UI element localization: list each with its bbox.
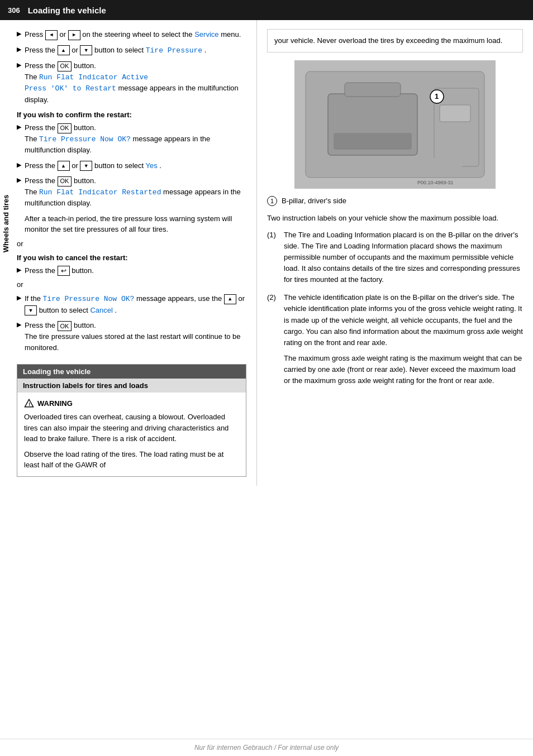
static-text: button. — [72, 266, 94, 275]
static-text: on the steering wheel to select the — [82, 30, 194, 39]
ok-button: OK — [58, 176, 72, 186]
static-text: The — [25, 135, 39, 143]
vehicle-image-container: 1 P00.10-4969-31 — [267, 60, 523, 190]
warning-text-1: Overloaded tires can overheat, causing a… — [24, 412, 239, 444]
main-content: ▶ Press ◄ or ► on the steering wheel to … — [0, 20, 533, 486]
ok-button: OK — [58, 321, 72, 331]
numbered-list: (1) The Tire and Loading Information pla… — [267, 229, 523, 387]
item-text-part1: The vehicle identification plate is on t… — [284, 292, 523, 348]
sidebar-label-text: Wheels and tires — [2, 194, 11, 252]
warning-text-2: Observe the load rating of the tires. Th… — [24, 449, 239, 471]
svg-rect-11 — [328, 158, 462, 172]
bullet-arrow: ▶ — [17, 176, 21, 184]
static-text: After a teach-in period, the tire pressu… — [25, 214, 232, 234]
static-text: The tire pressure values stored at the l… — [25, 332, 241, 352]
right-column: your vehicle. Never overload the tires b… — [257, 20, 533, 486]
svg-rect-8 — [440, 105, 470, 122]
bullet-content: Press the OK button. The tire pressure v… — [25, 320, 246, 353]
loading-box-title: Loading the vehicle — [17, 365, 246, 379]
static-text: button. — [74, 176, 96, 185]
down-button: ▼ — [80, 45, 92, 55]
list-item: ▶ Press the OK button. The Run Flat Indi… — [17, 175, 246, 209]
item-number: (2) — [267, 292, 284, 303]
numbered-item-1: (1) The Tire and Loading Information pla… — [267, 229, 523, 286]
confirm-heading: If you wish to confirm the restart: — [17, 111, 246, 119]
static-text: button to select — [94, 161, 146, 170]
warning-header: ! WARNING — [24, 398, 239, 408]
list-item: ▶ Press ◄ or ► on the steering wheel to … — [17, 29, 246, 40]
list-item: ▶ After a teach-in period, the tire pres… — [17, 213, 246, 235]
bullet-arrow: ▶ — [17, 321, 21, 328]
page-title: Loading the vehicle — [28, 6, 106, 15]
tire-pressure-link: Tire Pressure — [146, 46, 202, 55]
svg-text:P00.10-4969-31: P00.10-4969-31 — [417, 180, 454, 185]
static-text: Press — [25, 30, 45, 39]
ok-button: OK — [58, 61, 72, 71]
intro-paragraph: Two instruction labels on your vehicle s… — [267, 213, 523, 224]
static-text: . — [204, 46, 207, 54]
bullet-arrow: ▶ — [17, 30, 21, 37]
bullet-arrow: ▶ — [17, 161, 21, 169]
list-item: ▶ Press the OK button. The Run Flat Indi… — [17, 60, 246, 105]
loading-vehicle-box: Loading the vehicle Instruction labels f… — [17, 364, 246, 477]
warning-box: ! WARNING Overloaded tires can overheat,… — [17, 393, 246, 476]
static-text: message appears, use the — [136, 294, 224, 303]
back-button: ↩ — [58, 266, 70, 276]
item-text: The Tire and Loading Information placard… — [284, 229, 523, 286]
page-header: 306 Loading the vehicle — [0, 0, 533, 20]
intro-text: your vehicle. Never overload the tires b… — [274, 36, 502, 45]
item-number: (1) — [267, 229, 284, 241]
caption-number: 1 — [267, 196, 277, 206]
bullet-arrow: ▶ — [17, 123, 21, 131]
item-text-part2: The maximum gross axle weight rating is … — [284, 354, 522, 385]
up-button: ▲ — [58, 45, 70, 55]
list-item: ▶ If the Tire Pressure Now OK? message a… — [17, 293, 246, 315]
static-text: or — [238, 294, 245, 303]
cancel-heading: If you wish to cancel the restart: — [17, 253, 246, 262]
static-text: The — [25, 73, 39, 81]
bullet-content: Press the ↩ button. — [25, 265, 246, 276]
static-text: Press the — [25, 123, 58, 132]
list-item: ▶ Press the ▲ or ▼ button to select Tire… — [17, 45, 246, 56]
static-text: If the — [25, 294, 43, 303]
static-text: Press the — [25, 161, 58, 170]
list-item: ▶ Press the ▲ or ▼ button to select Yes … — [17, 160, 246, 171]
caption-text: B-pillar, driver's side — [282, 197, 346, 205]
static-text: Press the — [25, 321, 58, 329]
list-item: ▶ Press the OK button. The tire pressure… — [17, 320, 246, 353]
static-text: button to select — [94, 46, 146, 54]
bullet-content: Press the OK button. The Tire Pressure N… — [25, 122, 246, 156]
right-button: ► — [68, 30, 80, 40]
bullet-content: If the Tire Pressure Now OK? message app… — [25, 293, 246, 315]
bullet-content: Press ◄ or ► on the steering wheel to se… — [25, 29, 246, 40]
or-separator-2: or — [17, 280, 246, 289]
bullet-content: After a teach-in period, the tire pressu… — [25, 213, 246, 235]
static-text: The — [25, 188, 39, 196]
bullet-content: Press the OK button. The Run Flat Indica… — [25, 175, 246, 209]
static-text: button. — [74, 61, 96, 70]
bullet-arrow: ▶ — [17, 294, 21, 302]
numbered-item-2: (2) The vehicle identification plate is … — [267, 292, 523, 386]
svg-rect-5 — [334, 133, 412, 150]
static-text: button to select — [39, 306, 91, 314]
or-separator: or — [17, 240, 246, 248]
intro-info-box: your vehicle. Never overload the tires b… — [267, 29, 523, 52]
ok-button: OK — [58, 123, 72, 133]
tire-pressure-ok-msg2: Tire Pressure Now OK? — [43, 295, 135, 303]
run-flat-restarted-msg: Run Flat Indicator Restarted — [39, 188, 161, 197]
warning-icon: ! — [24, 398, 34, 408]
bullet-content: Press the ▲ or ▼ button to select Yes . — [25, 160, 246, 171]
car-interior-svg: 1 P00.10-4969-31 — [294, 60, 496, 189]
svg-text:!: ! — [28, 402, 30, 407]
down-button: ▼ — [80, 161, 92, 171]
static-text: or — [59, 30, 68, 39]
bullet-content: Press the ▲ or ▼ button to select Tire P… — [25, 45, 246, 56]
static-text: Press the — [25, 266, 58, 275]
footer-text: Nur für internen Gebrauch / For internal… — [194, 744, 339, 752]
static-text: . — [115, 306, 117, 314]
bullet-content: Press the OK button. The Run Flat Indica… — [25, 60, 246, 105]
static-text: or — [72, 161, 80, 170]
static-text: or — [72, 46, 80, 54]
static-text: Press the — [25, 176, 58, 185]
up-button: ▲ — [224, 294, 236, 304]
